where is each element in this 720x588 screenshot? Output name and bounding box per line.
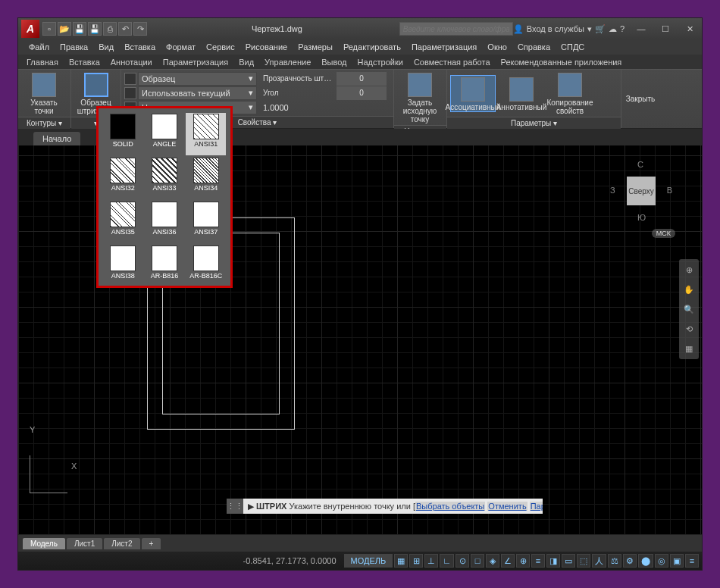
minimize-button[interactable]: — — [632, 24, 650, 34]
menu-Сервис[interactable]: Сервис — [202, 41, 239, 53]
login-link[interactable]: Вход в службы — [527, 24, 584, 33]
transp-input[interactable]: 0 — [337, 72, 387, 86]
pattern-ANSI31[interactable]: ANSI31 — [186, 113, 226, 155]
new-icon[interactable]: ▫ — [42, 22, 56, 36]
menu-Размеры[interactable]: Размеры — [293, 41, 337, 53]
pattern-ANSI36[interactable]: ANSI36 — [145, 201, 185, 243]
menu-Формат[interactable]: Формат — [161, 41, 200, 53]
nav-show-icon[interactable]: ▦ — [681, 341, 697, 356]
menu-СПДС[interactable]: СПДС — [556, 41, 589, 53]
close-button[interactable]: ✕ — [681, 24, 699, 34]
clean-icon[interactable]: ▣ — [670, 554, 684, 568]
layout-tab[interactable]: Лист2 — [104, 538, 139, 549]
scale-input[interactable]: 1.0000 — [263, 103, 387, 112]
pattern-ANSI35[interactable]: ANSI35 — [103, 201, 143, 243]
undo-icon[interactable]: ↶ — [118, 22, 132, 36]
nav-pan-icon[interactable]: ✋ — [681, 282, 697, 297]
ribbon-tab[interactable]: Аннотации — [105, 55, 158, 69]
ws-icon[interactable]: ⚙ — [623, 554, 637, 568]
viewcube-top[interactable]: Сверху — [627, 177, 656, 205]
plot-icon[interactable]: ⎙ — [103, 22, 117, 36]
menu-Рисование[interactable]: Рисование — [241, 41, 292, 53]
ribbon-tab[interactable]: Главная — [21, 55, 64, 69]
pattern-ANSI38[interactable]: ANSI38 — [103, 245, 143, 287]
annomon-icon[interactable]: 人 — [592, 554, 606, 568]
nav-wheel-icon[interactable]: ⊕ — [681, 262, 697, 277]
ribbon-tab[interactable]: Параметризация — [158, 55, 233, 69]
pattern-ANSI34[interactable]: ANSI34 — [186, 157, 226, 199]
polar-toggle-icon[interactable]: ⊙ — [455, 554, 469, 568]
redo-icon[interactable]: ↷ — [133, 22, 147, 36]
saveas-icon[interactable]: 💾 — [88, 22, 102, 36]
snap-toggle-icon[interactable]: ⊞ — [409, 554, 423, 568]
pattern-ANSI33[interactable]: ANSI33 — [145, 157, 185, 199]
infer-toggle-icon[interactable]: ⊥ — [424, 554, 438, 568]
menu-Окно[interactable]: Окно — [483, 41, 512, 53]
annotative-button[interactable]: Аннотативный — [499, 76, 544, 111]
nav-zoom-icon[interactable]: 🔍 — [681, 302, 697, 317]
file-tab-start[interactable]: Начало — [33, 132, 80, 145]
panel-options-title[interactable]: Параметры — [447, 117, 621, 129]
dyn-toggle-icon[interactable]: ⊕ — [516, 554, 530, 568]
3dosnap-toggle-icon[interactable]: ◈ — [486, 554, 499, 568]
ribbon-tab[interactable]: Надстройки — [352, 55, 409, 69]
associative-button[interactable]: Ассоциативный — [450, 75, 496, 112]
ribbon-tab[interactable]: Управление — [259, 55, 316, 69]
save-icon[interactable]: 💾 — [73, 22, 86, 36]
tpy-toggle-icon[interactable]: ◨ — [546, 554, 560, 568]
menu-Вид[interactable]: Вид — [94, 41, 118, 53]
qp-toggle-icon[interactable]: ▭ — [562, 554, 575, 568]
menu-Справка[interactable]: Справка — [513, 41, 555, 53]
pattern-AR-B816C[interactable]: AR-B816C — [186, 245, 226, 287]
ribbon-tab[interactable]: Вид — [233, 55, 259, 69]
pattern-ANSI32[interactable]: ANSI32 — [103, 157, 143, 199]
match-props-button[interactable]: Копирование свойств — [547, 71, 593, 115]
hatch-type-dropdown[interactable]: Образец▾ — [138, 72, 257, 86]
pattern-ANGLE[interactable]: ANGLE — [145, 113, 185, 155]
hatch-color-dropdown[interactable]: Использовать текущий▾ — [138, 86, 257, 100]
coord-system-badge[interactable]: МСК — [652, 229, 675, 238]
open-icon[interactable]: 📂 — [58, 22, 71, 36]
otrack-toggle-icon[interactable]: ∠ — [501, 554, 515, 568]
ribbon-tab[interactable]: Рекомендованные приложения — [496, 55, 628, 69]
pattern-ANSI37[interactable]: ANSI37 — [186, 201, 226, 243]
grid-toggle-icon[interactable]: ▦ — [394, 554, 408, 568]
panel-contours-title[interactable]: Контуры — [18, 117, 70, 129]
osnap-toggle-icon[interactable]: □ — [471, 554, 484, 568]
menu-Редактировать[interactable]: Редактировать — [339, 41, 405, 53]
angle-input[interactable]: 0 — [337, 86, 387, 100]
layout-tab[interactable]: Модель — [23, 538, 65, 549]
lwt-toggle-icon[interactable]: ≡ — [531, 554, 545, 568]
pattern-AR-B816[interactable]: AR-B816 — [145, 245, 185, 287]
set-origin-button[interactable]: Задать исходную точку — [397, 71, 443, 124]
menu-Правка[interactable]: Правка — [55, 41, 92, 53]
cmd-input[interactable]: ▶ ШТРИХ Укажите внутреннюю точку или [ В… — [243, 499, 543, 514]
maximize-button[interactable]: ☐ — [656, 24, 675, 34]
hardware-icon[interactable]: ⬤ — [638, 554, 653, 568]
model-space-button[interactable]: МОДЕЛЬ — [344, 554, 393, 568]
pick-points-button[interactable]: Указать точки — [21, 71, 67, 115]
menu-Файл[interactable]: Файл — [24, 41, 54, 53]
app-logo-icon[interactable]: A — [21, 20, 39, 38]
sc-toggle-icon[interactable]: ⬚ — [577, 554, 590, 568]
add-layout-button[interactable]: + — [142, 538, 161, 549]
cmd-option-select[interactable]: Выбрать объекты — [415, 502, 485, 511]
layout-tab[interactable]: Лист1 — [67, 538, 102, 549]
exchange-icon[interactable]: 🛒 — [595, 24, 606, 34]
custom-icon[interactable]: ≡ — [685, 554, 699, 568]
annoscale-icon[interactable]: ⚖ — [608, 554, 621, 568]
user-icon[interactable]: 👤 — [513, 24, 524, 34]
ribbon-tab[interactable]: Совместная работа — [409, 55, 496, 69]
search-input[interactable] — [399, 22, 513, 36]
cmd-handle-icon[interactable]: ⋮⋮ — [227, 499, 243, 514]
menu-Вставка[interactable]: Вставка — [120, 41, 160, 53]
cloud-icon[interactable]: ☁ — [609, 24, 617, 34]
cmd-option-settings[interactable]: Параметры — [530, 502, 543, 511]
ortho-toggle-icon[interactable]: ∟ — [440, 554, 454, 568]
pattern-SOLID[interactable]: SOLID — [103, 113, 143, 155]
menu-Параметризация[interactable]: Параметризация — [407, 41, 481, 53]
ribbon-tab[interactable]: Вывод — [316, 55, 352, 69]
cmd-option-undo[interactable]: Отменить — [487, 502, 527, 511]
isolate-icon[interactable]: ◎ — [655, 554, 668, 568]
ribbon-tab[interactable]: Вставка — [64, 55, 105, 69]
